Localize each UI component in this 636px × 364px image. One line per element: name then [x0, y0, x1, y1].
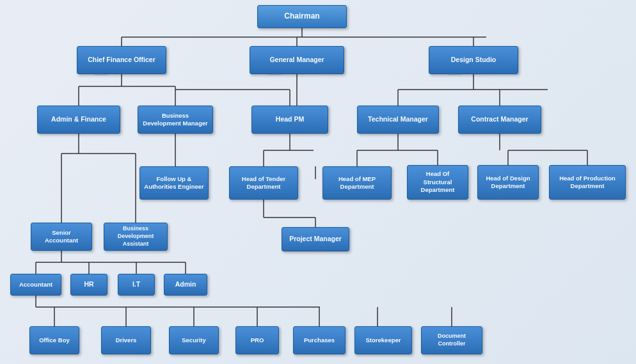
hmep-node: Head of MEP Department — [322, 166, 392, 200]
hsd-node: Head Of Structural Department — [407, 165, 468, 200]
sec-node: Security — [169, 326, 219, 354]
gm-node: General Manager — [250, 46, 344, 74]
pro-node: PRO — [235, 326, 279, 354]
cfo-node: Chief Finance Officer — [77, 46, 166, 74]
hr-node: HR — [70, 274, 107, 296]
htd-node: Head of Tender Department — [229, 166, 298, 200]
admin-node: Admin — [164, 274, 207, 296]
bdm-node: Business Development Manager — [138, 106, 213, 134]
ob-node: Office Boy — [29, 326, 79, 354]
ds-node: Design Studio — [429, 46, 518, 74]
tm-node: Technical Manager — [357, 106, 439, 134]
hoprod-node: Head of Production Department — [549, 165, 626, 200]
org-chart: Chairman Chief Finance Officer General M… — [0, 0, 636, 364]
chairman-node: Chairman — [257, 5, 347, 28]
fua-node: Follow Up & Authorities Engineer — [139, 166, 209, 200]
cm-node: Contract Manager — [458, 106, 541, 134]
bda-node: Business Development Assistant — [104, 223, 168, 251]
hodsgn-node: Head of Design Department — [477, 165, 539, 200]
purch-node: Purchases — [293, 326, 346, 354]
sa-node: Senior Accountant — [31, 223, 92, 251]
acc-node: Accountant — [10, 274, 61, 296]
hpm-node: Head PM — [251, 106, 328, 134]
sk-node: Storekeeper — [354, 326, 412, 354]
pm-node: Project Manager — [282, 227, 349, 251]
drv-node: Drivers — [101, 326, 151, 354]
af-node: Admin & Finance — [37, 106, 120, 134]
dc-node: Document Controller — [421, 326, 482, 354]
it-node: I.T — [118, 274, 155, 296]
